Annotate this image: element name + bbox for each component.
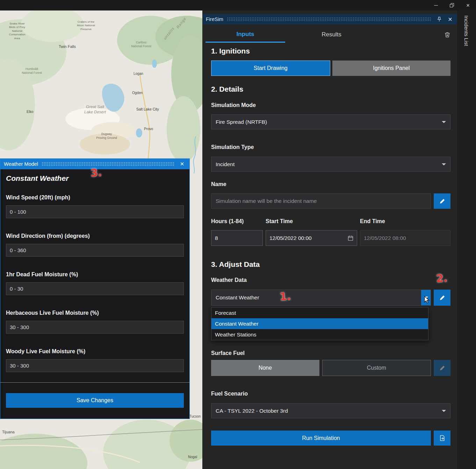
map-label: Twin Falls xyxy=(59,44,76,49)
annotation-step-3: 3. xyxy=(90,166,102,179)
dead-fuel-moisture-label: 1hr Dead Fuel Moisture (%) xyxy=(6,271,184,279)
hours-label: Hours (1-84) xyxy=(211,218,266,226)
simulation-mode-label: Simulation Mode xyxy=(211,102,450,109)
start-time-input[interactable]: 12/05/2022 00:00 xyxy=(266,230,357,246)
hours-input[interactable] xyxy=(211,230,263,246)
minimize-button[interactable] xyxy=(428,0,444,10)
ignitions-panel-button[interactable]: Ignitions Panel xyxy=(332,61,451,76)
pencil-icon xyxy=(439,198,445,204)
weather-data-value: Constant Weather xyxy=(211,290,421,305)
firesim-panel: FireSim ✕ Inputs Results 1. I xyxy=(203,10,457,469)
wind-speed-label: Wind Speed (20ft) (mph) xyxy=(6,194,184,202)
name-label: Name xyxy=(211,181,450,189)
tabs-spacer xyxy=(378,27,440,43)
drag-grip xyxy=(227,17,432,21)
map-label: Great Salt Lake Desert xyxy=(78,104,112,115)
map-label: Craters of the Moon National Preserve xyxy=(69,20,103,31)
map-label: Provo xyxy=(144,127,153,131)
chevron-down-icon xyxy=(442,163,446,165)
surface-fuel-label: Surface Fuel xyxy=(211,350,450,357)
firesim-title: FireSim xyxy=(206,16,223,22)
annotation-step-1: 1. xyxy=(279,290,291,303)
close-icon[interactable]: ✕ xyxy=(446,15,454,23)
annotation-step-2: 2. xyxy=(436,272,448,285)
dead-fuel-moisture-input[interactable] xyxy=(6,282,184,295)
delete-icon[interactable] xyxy=(440,27,454,43)
pencil-icon xyxy=(439,295,445,301)
simulation-mode-dropdown[interactable]: Fire Spread (NRTFB) xyxy=(211,114,450,129)
firesim-titlebar[interactable]: FireSim ✕ xyxy=(203,14,457,24)
wind-direction-label: Wind Direction (from) (degrees) xyxy=(6,233,184,241)
option-constant-weather[interactable]: Constant Weather xyxy=(211,318,428,329)
fuel-scenario-value: CA - TSYL 2022 - October 3rd xyxy=(216,408,288,414)
incidents-list-strip: Incidents List xyxy=(457,10,476,469)
ignitions-heading: 1. Ignitions xyxy=(211,47,450,57)
end-time-value: 12/05/2022 08:00 xyxy=(364,235,406,241)
woody-moisture-input[interactable] xyxy=(6,359,184,372)
option-forecast[interactable]: Forecast xyxy=(211,307,428,318)
wind-speed-input[interactable] xyxy=(6,205,184,218)
end-time-label: End Time xyxy=(360,218,450,226)
restore-icon xyxy=(450,3,454,7)
weather-data-label: Weather Data xyxy=(211,277,450,284)
chevron-down-icon xyxy=(442,410,446,412)
map-label: Tijuana xyxy=(2,429,15,434)
herbaceous-moisture-label: Herbaceous Live Fuel Moisture (%) xyxy=(6,310,184,318)
map-label: Ogden xyxy=(132,91,143,95)
edit-weather-button[interactable] xyxy=(434,290,450,306)
save-changes-button[interactable]: Save Changes xyxy=(6,393,184,408)
end-time-input: 12/05/2022 08:00 xyxy=(360,230,450,246)
wind-direction-input[interactable] xyxy=(6,244,184,257)
simulation-type-value: Incident xyxy=(216,161,235,168)
app-window: ✕ Snake River Birds of Prey National xyxy=(0,0,476,469)
calendar-icon[interactable] xyxy=(348,235,353,241)
details-heading: 2. Details xyxy=(211,85,450,95)
chevron-down-icon xyxy=(442,121,446,123)
map-label: Tucson xyxy=(189,414,201,419)
tab-results[interactable]: Results xyxy=(285,27,378,43)
fuel-scenario-dropdown[interactable]: CA - TSYL 2022 - October 3rd xyxy=(211,403,450,418)
weather-data-options-list: Forecast Constant Weather Weather Statio… xyxy=(211,307,428,340)
simulation-type-label: Simulation Type xyxy=(211,144,450,151)
surface-fuel-none-button[interactable]: None xyxy=(211,360,319,376)
run-simulation-button[interactable]: Run Simulation xyxy=(211,431,431,446)
drag-grip xyxy=(42,162,175,166)
fuel-scenario-label: Fuel Scenario xyxy=(211,391,450,398)
start-time-value: 12/05/2022 00:00 xyxy=(269,235,312,241)
map-label: Caribou National Forest xyxy=(128,41,154,48)
edit-name-button[interactable] xyxy=(434,193,450,209)
export-file-icon xyxy=(439,435,445,441)
pin-icon[interactable] xyxy=(435,15,443,23)
map-label: Nogal xyxy=(188,455,197,459)
map-label: Humboldt National Forest xyxy=(17,67,47,75)
simulation-mode-value: Fire Spread (NRTFB) xyxy=(216,119,267,125)
weather-model-title: Weather Model xyxy=(4,161,38,167)
weather-model-body: Constant Weather Wind Speed (20ft) (mph)… xyxy=(0,174,189,408)
adjust-data-heading: 3. Adjust Data xyxy=(211,260,450,270)
restore-button[interactable] xyxy=(444,0,460,10)
name-input[interactable] xyxy=(211,193,431,209)
close-icon[interactable]: ✕ xyxy=(178,161,186,167)
tab-inputs[interactable]: Inputs xyxy=(205,27,285,43)
weather-data-dropdown[interactable]: Constant Weather xyxy=(211,290,431,306)
woody-moisture-label: Woody Live Fuel Moisture (%) xyxy=(6,348,184,356)
simulation-type-dropdown[interactable]: Incident xyxy=(211,157,450,172)
firesim-content: 1. Ignitions Start Drawing Ignitions Pan… xyxy=(211,44,450,446)
map-label: Logan xyxy=(134,71,143,76)
mouse-cursor xyxy=(424,296,431,304)
start-time-label: Start Time xyxy=(266,218,360,226)
pencil-icon xyxy=(439,365,445,371)
herbaceous-moisture-input[interactable] xyxy=(6,321,184,334)
map-label: Elko xyxy=(27,109,33,114)
map-label: Salt Lake City xyxy=(136,107,159,112)
incidents-list-tab[interactable]: Incidents List xyxy=(463,15,469,46)
divider xyxy=(0,382,189,383)
export-simulation-button[interactable] xyxy=(434,431,450,446)
firesim-tabs: Inputs Results xyxy=(205,27,454,43)
window-titlebar: ✕ xyxy=(0,0,476,10)
map-label: Dugway Proving Ground xyxy=(92,132,122,140)
surface-fuel-custom-button[interactable]: Custom xyxy=(322,360,431,376)
close-window-button[interactable]: ✕ xyxy=(460,0,476,10)
option-weather-stations[interactable]: Weather Stations xyxy=(211,329,428,340)
start-drawing-button[interactable]: Start Drawing xyxy=(211,61,330,76)
